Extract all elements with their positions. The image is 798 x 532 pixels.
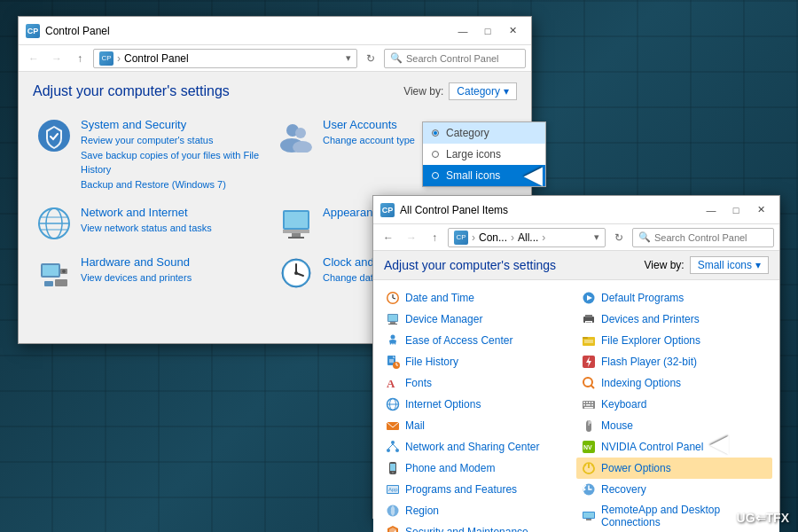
category-dropdown: Category Large icons Small icons	[422, 121, 531, 187]
breadcrumb-bar-2[interactable]: CP › Con... › All... › ▾	[448, 228, 606, 247]
svg-text:A: A	[387, 377, 395, 390]
breadcrumb-con: Con...	[479, 231, 507, 244]
address-bar: ← → ↑ CP › Control Panel ▾ ↻ 🔍	[19, 45, 531, 72]
svg-rect-89	[583, 512, 594, 518]
item-programs[interactable]: App Programs and Features	[380, 479, 576, 500]
item-devices-printers-label: Devices and Printers	[601, 313, 700, 325]
item-recovery[interactable]: Recovery	[576, 479, 772, 500]
indexing-icon	[582, 376, 596, 390]
window-title: Control Panel	[45, 25, 110, 37]
system-security-icon	[36, 118, 72, 153]
svg-rect-65	[583, 337, 588, 339]
small-icons-content[interactable]: Date and Time Device Manager	[373, 280, 779, 532]
item-internet-options-label: Internet Options	[405, 398, 481, 411]
item-file-explorer-label: File Explorer Options	[601, 334, 700, 347]
forward-button-2[interactable]: →	[402, 228, 421, 247]
minimize-button[interactable]: —	[451, 22, 474, 40]
breadcrumb-bar[interactable]: CP › Control Panel ▾	[93, 49, 357, 68]
power-options-icon	[582, 461, 596, 475]
refresh-button-2[interactable]: ↻	[609, 228, 629, 247]
clock-icon	[278, 255, 314, 291]
item-network-sharing[interactable]: Network and Sharing Center	[380, 436, 576, 458]
back-button-2[interactable]: ←	[379, 228, 398, 247]
dropdown-item-large[interactable]: Large icons	[423, 144, 531, 165]
all-control-panel-window: CP All Control Panel Items — □ ✕ ← → ↑ C…	[372, 195, 780, 519]
dropdown-arrow-icon: ▾	[504, 85, 509, 98]
cp-window-icon: CP	[26, 24, 40, 38]
breadcrumb-text: Control Panel	[124, 52, 189, 65]
item-internet-options[interactable]: Internet Options	[380, 394, 576, 415]
item-region[interactable]: Region	[380, 500, 576, 521]
item-device-manager[interactable]: Device Manager	[380, 309, 576, 330]
close-button-2[interactable]: ✕	[749, 201, 772, 219]
network-link-1[interactable]: View network status and tasks	[81, 221, 212, 236]
dropdown-item-small[interactable]: Small icons	[423, 165, 531, 186]
view-by-button-2[interactable]: Small icons ▾	[690, 256, 769, 274]
view-by-label: View by:	[403, 85, 443, 98]
search-icon: 🔍	[390, 52, 403, 64]
item-mail[interactable]: Mail	[380, 415, 576, 436]
back-button[interactable]: ←	[24, 49, 43, 68]
minimize-button-2[interactable]: —	[700, 201, 723, 219]
system-link-1[interactable]: Review your computer's status	[81, 133, 271, 148]
refresh-button[interactable]: ↻	[361, 49, 380, 68]
svg-rect-81	[590, 421, 591, 424]
user-link-1[interactable]: Change account type	[323, 133, 415, 148]
item-ease-access[interactable]: Ease of Access Center	[380, 330, 576, 351]
svg-rect-32	[390, 322, 395, 324]
item-file-history[interactable]: File History	[380, 351, 576, 372]
item-nvidia[interactable]: NV NVIDIA Control Panel	[576, 436, 772, 458]
view-by-button[interactable]: Category ▾	[449, 82, 517, 100]
keyboard-icon	[582, 397, 596, 411]
item-keyboard[interactable]: Keyboard	[576, 394, 772, 415]
maximize-button[interactable]: □	[476, 22, 499, 40]
item-date-time[interactable]: Date and Time	[380, 287, 576, 309]
item-flash[interactable]: Flash Player (32-bit)	[576, 351, 772, 372]
devices-printers-icon	[582, 312, 596, 326]
mouse-icon	[582, 419, 596, 433]
svg-point-47	[395, 449, 399, 452]
item-default-programs[interactable]: Default Programs	[576, 287, 772, 309]
item-date-time-label: Date and Time	[405, 292, 474, 304]
breadcrumb-dropdown-2[interactable]: ▾	[594, 231, 599, 243]
item-programs-label: Programs and Features	[405, 483, 517, 496]
up-button-2[interactable]: ↑	[425, 228, 444, 247]
hardware-link-1[interactable]: View devices and printers	[81, 270, 192, 286]
item-phone-modem[interactable]: Phone and Modem	[380, 458, 576, 479]
item-fonts[interactable]: A Fonts	[380, 372, 576, 394]
search-input[interactable]	[406, 53, 520, 64]
watermark: UG⇐TFX	[737, 511, 789, 525]
item-power-options[interactable]: Power Options	[576, 458, 772, 479]
breadcrumb-dropdown[interactable]: ▾	[346, 52, 351, 64]
titlebar: CP Control Panel — □ ✕	[19, 17, 531, 45]
forward-button[interactable]: →	[47, 49, 66, 68]
svg-rect-78	[591, 404, 593, 406]
up-button[interactable]: ↑	[70, 49, 90, 68]
dropdown-item-category[interactable]: Category	[423, 122, 531, 144]
category-hardware: Hardware and Sound View devices and prin…	[33, 248, 275, 298]
system-link-3[interactable]: Backup and Restore (Windows 7)	[81, 177, 271, 192]
search-input-2[interactable]	[654, 232, 768, 243]
network-title[interactable]: Network and Internet	[81, 206, 212, 219]
system-link-2[interactable]: Save backup copies of your files with Fi…	[81, 148, 271, 177]
item-indexing[interactable]: Indexing Options	[576, 372, 772, 394]
page-heading: Adjust your computer's settings	[33, 83, 230, 99]
search-bar-2[interactable]: 🔍	[632, 228, 774, 247]
hardware-title[interactable]: Hardware and Sound	[81, 255, 192, 269]
item-file-explorer[interactable]: File Explorer Options	[576, 330, 772, 351]
view-by-label-2: View by:	[645, 259, 685, 271]
item-devices-printers[interactable]: Devices and Printers	[576, 309, 772, 330]
svg-rect-72	[583, 402, 585, 403]
user-accounts-title[interactable]: User Accounts	[323, 118, 415, 131]
item-security[interactable]: Security and Maintenance	[380, 521, 576, 532]
system-security-title[interactable]: System and Security	[81, 118, 271, 131]
item-mouse[interactable]: Mouse	[576, 415, 772, 436]
user-accounts-icon	[278, 118, 314, 153]
breadcrumb-icon: CP	[99, 51, 113, 66]
breadcrumb-all: All...	[518, 231, 538, 244]
close-button[interactable]: ✕	[501, 22, 524, 40]
item-phone-modem-label: Phone and Modem	[405, 462, 495, 474]
maximize-button-2[interactable]: □	[724, 201, 747, 219]
svg-point-45	[391, 441, 395, 444]
search-bar[interactable]: 🔍	[384, 49, 526, 68]
